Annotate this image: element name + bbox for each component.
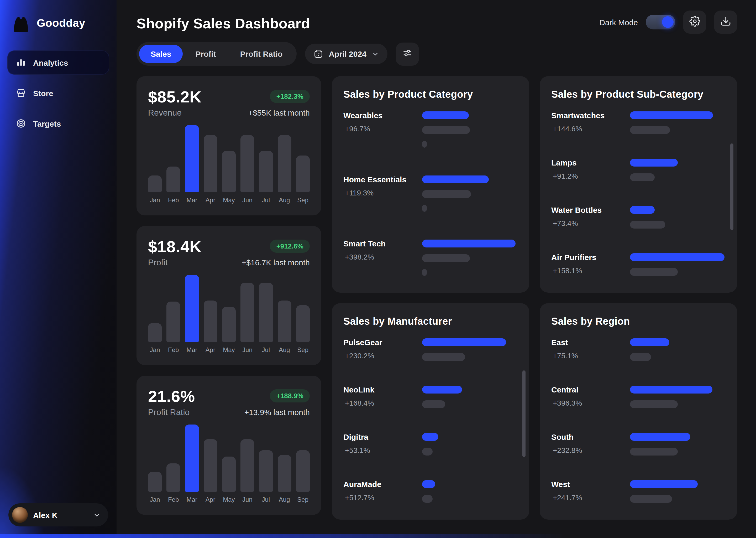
item-meta: Wearables +96.7% [343,111,422,133]
current-period-bar [630,206,655,214]
bar-column: Feb [166,125,180,204]
item-bars [630,111,726,134]
bar-feb [166,167,180,192]
item-delta: +168.4% [343,399,422,407]
user-menu[interactable]: Alex K [8,503,108,526]
item-delta: +158.1% [551,266,630,275]
bar-may [222,457,236,492]
item-meta: South +232.8% [551,432,630,455]
bar-column: Sep [296,424,310,503]
bar-apr [204,135,217,192]
kpi-top-row: $18.4K +912.6% [148,238,310,256]
panel-title: Sales by Region [551,316,726,327]
x-axis-label: May [222,196,236,204]
panel-sales-by-product-sub-category: Sales by Product Sub-Category Smartwatch… [540,76,737,293]
download-button[interactable] [714,11,737,34]
item-bars [422,385,518,408]
item-meta: Air Purifiers +158.1% [551,253,630,275]
brand-name: Goodday [37,17,85,29]
kpi-delta: +$16.7K last month [242,258,310,267]
item-delta: +53.1% [343,446,422,455]
previous-period-bar [422,190,471,198]
x-axis-label: Jun [240,496,254,503]
scrollbar-thumb[interactable] [730,143,733,230]
kpi-delta: +$55K last month [248,108,310,117]
item-bars [422,111,518,148]
item-bars [630,158,726,181]
bar-column: Feb [166,275,180,353]
panel-items: Smartwatches +144.6% Lamps +91.2% Water … [551,108,726,281]
toggle-knob [662,16,674,28]
current-period-bar [630,111,713,119]
kpi-change-badge: +182.3% [270,90,310,103]
item-name: Air Purifiers [551,253,630,262]
x-axis-label: Aug [277,496,291,503]
dark-mode-toggle[interactable] [646,15,675,29]
x-axis-label: Aug [277,196,291,204]
current-period-bar [422,240,516,247]
tab-profit[interactable]: Profit [184,45,227,63]
item-bars [422,338,518,361]
bar-aug [277,455,291,492]
kpi-top-row: $85.2K +182.3% [148,88,310,107]
item-name: Smart Tech [343,239,422,248]
item-bars [422,175,518,212]
scrollbar-thumb[interactable] [522,370,526,457]
bar-jul [259,150,273,192]
bar-jun [240,283,254,342]
item-name: Digitra [343,432,422,441]
current-period-bar [630,480,698,488]
kpi-bar-chart: JanFebMarAprMayJunJulAugSep [148,424,310,503]
bar-apr [204,300,217,342]
bar-sep [296,155,310,192]
item-meta: Digitra +53.1% [343,432,422,455]
baseline-bar [422,205,427,212]
sidebar-item-targets[interactable]: Targets [7,111,109,135]
panel-item: Home Essentials +119.3% [343,175,518,212]
x-axis-label: Jan [148,346,162,353]
panel-item: Air Purifiers +158.1% [551,253,726,276]
panel-item: South +232.8% [551,432,726,456]
panel-items: PulseGear +230.2% NeoLink +168.4% Digitr… [343,335,518,508]
x-axis-label: Apr [204,196,217,204]
kpi-value: $18.4K [148,238,202,256]
current-period-bar [630,386,712,394]
bar-column: Jan [148,424,162,503]
sliders-icon [402,48,413,60]
item-delta: +96.7% [343,125,422,133]
item-bars [630,205,726,229]
nav-label: Store [33,88,53,97]
panel-item: PulseGear +230.2% [343,338,518,361]
kpi-delta: +13.9% last month [244,408,310,417]
item-bars [422,432,518,456]
kpi-label: Profit Ratio [148,408,190,417]
date-label: April 2024 [329,49,366,58]
kpi-sub-row: Revenue +$55K last month [148,108,310,118]
bar-column: Jun [240,125,254,204]
bar-column: May [222,125,236,204]
bar-column: Aug [277,275,291,353]
kpi-card: $18.4K +912.6% Profit +$16.7K last month… [136,226,321,365]
settings-button[interactable] [683,11,706,34]
previous-period-bar [630,353,651,361]
panel-item: Water Bottles +73.4% [551,205,726,229]
x-axis-label: Jan [148,196,162,204]
x-axis-label: Apr [204,346,217,353]
x-axis-label: May [222,346,236,353]
date-picker[interactable]: April 2024 [305,44,387,64]
kpi-sub-row: Profit +$16.7K last month [148,258,310,267]
middle-column: Sales by Product Category Wearables +96.… [332,76,529,519]
x-axis-label: Jan [148,496,162,503]
item-delta: +512.7% [343,493,422,502]
bar-column: Mar [185,275,199,353]
item-meta: Home Essentials +119.3% [343,175,422,197]
kpi-value: $85.2K [148,88,202,107]
sidebar-item-analytics[interactable]: Analytics [7,50,109,75]
nav-label: Analytics [33,58,68,67]
filter-button[interactable] [396,42,419,65]
tab-profit-ratio[interactable]: Profit Ratio [229,45,294,63]
tab-sales[interactable]: Sales [139,45,183,63]
sidebar-nav: Analytics Store [0,44,117,142]
sidebar-item-store[interactable]: Store [7,81,109,105]
item-name: West [551,480,630,489]
